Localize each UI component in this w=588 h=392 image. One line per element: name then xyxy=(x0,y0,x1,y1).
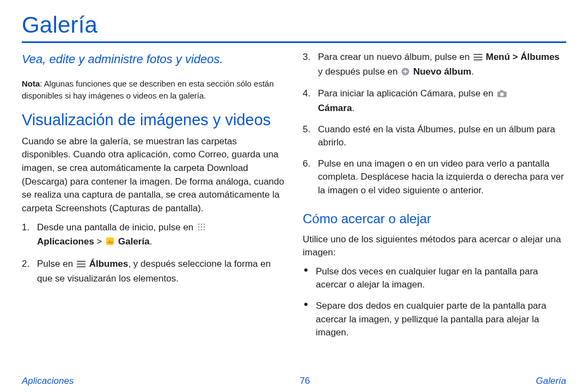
lead-text: Vea, edite y administre fotos y videos. xyxy=(22,51,285,68)
zoom-bullets: Pulse dos veces en cualquier lugar en la… xyxy=(303,265,566,340)
svg-rect-11 xyxy=(77,261,85,262)
gallery-icon xyxy=(106,236,114,250)
step-1-apps-label: Aplicaciones xyxy=(37,236,94,247)
note-label: Nota xyxy=(22,79,40,88)
step-3: Para crear un nuevo álbum, pulse en Menú… xyxy=(303,51,566,79)
svg-rect-16 xyxy=(474,59,482,60)
content-columns: Vea, edite y administre fotos y videos. … xyxy=(22,51,566,347)
svg-point-2 xyxy=(204,223,205,225)
svg-rect-14 xyxy=(474,54,482,55)
page: Galería Vea, edite y administre fotos y … xyxy=(0,0,588,392)
note-body: : Algunas funciones que se describen en … xyxy=(22,79,274,100)
step-3-text-a: Para crear un nuevo álbum, pulse en xyxy=(318,52,473,62)
steps-list-2: Para crear un nuevo álbum, pulse en Menú… xyxy=(303,51,566,198)
section-intro: Cuando se abre la galería, se muestran l… xyxy=(22,135,285,216)
svg-point-22 xyxy=(500,93,504,96)
step-1: Desde una pantalla de inicio, pulse en A… xyxy=(22,221,285,250)
svg-point-7 xyxy=(201,229,203,230)
svg-point-3 xyxy=(198,226,200,228)
step-3-new-album-label: Nuevo álbum xyxy=(413,66,471,77)
svg-point-1 xyxy=(201,223,203,225)
svg-rect-19 xyxy=(403,71,408,72)
step-5: Cuando esté en la vista Álbumes, pulse e… xyxy=(303,123,566,150)
step-3-end: . xyxy=(471,66,474,77)
svg-point-0 xyxy=(198,223,200,225)
section-heading-visualizacion: Visualización de imágenes y videos xyxy=(22,111,285,129)
step-1-sep: > xyxy=(94,236,105,247)
camera-icon xyxy=(497,88,507,102)
svg-point-5 xyxy=(204,226,205,228)
step-2-text-a: Pulse en xyxy=(37,259,76,269)
svg-point-4 xyxy=(201,226,203,228)
subheading-zoom: Cómo acercar o alejar xyxy=(303,210,566,229)
right-column: Para crear un nuevo álbum, pulse en Menú… xyxy=(303,51,566,347)
zoom-bullet-1: Pulse dos veces en cualquier lugar en la… xyxy=(303,265,566,292)
svg-rect-12 xyxy=(77,264,85,265)
step-3-menu-albums-label: Menú > Álbumes xyxy=(486,52,560,62)
svg-point-8 xyxy=(204,229,205,230)
step-4-camera-label: Cámara xyxy=(318,103,352,113)
step-2: Pulse en Álbumes, y después seleccione l… xyxy=(22,258,285,285)
title-rule xyxy=(22,41,566,43)
footer: Aplicaciones 76 Galería xyxy=(0,376,588,387)
menu-bars-icon xyxy=(77,259,85,272)
svg-point-6 xyxy=(198,229,200,230)
page-title: Galería xyxy=(22,12,566,38)
add-circle-icon xyxy=(401,66,409,80)
step-6: Pulse en una imagen o en un video para v… xyxy=(303,157,566,198)
step-1-end: . xyxy=(150,236,152,247)
step-4-text-a: Para iniciar la aplicación Cámara, pulse… xyxy=(318,88,496,99)
zoom-intro: Utilice uno de los siguientes métodos pa… xyxy=(303,233,566,260)
footer-left: Aplicaciones xyxy=(22,376,74,387)
note: Nota: Algunas funciones que se describen… xyxy=(22,78,285,102)
svg-rect-15 xyxy=(474,57,482,58)
svg-rect-13 xyxy=(77,266,85,267)
step-2-albums-label: Álbumes xyxy=(89,259,128,269)
left-column: Vea, edite y administre fotos y videos. … xyxy=(22,51,285,347)
svg-rect-21 xyxy=(500,90,503,93)
step-1-text-a: Desde una pantalla de inicio, pulse en xyxy=(37,222,196,232)
step-3-text-b: y después pulse en xyxy=(318,66,400,77)
zoom-bullet-2: Separe dos dedos en cualquier parte de l… xyxy=(303,299,566,340)
apps-grid-icon xyxy=(197,222,206,236)
menu-bars-icon xyxy=(474,52,482,65)
step-1-gallery-label: Galería xyxy=(118,236,150,247)
page-number: 76 xyxy=(299,376,310,387)
footer-right: Galería xyxy=(536,376,566,387)
step-4: Para iniciar la aplicación Cámara, pulse… xyxy=(303,87,566,115)
step-4-end: . xyxy=(352,103,354,113)
steps-list-1: Desde una pantalla de inicio, pulse en A… xyxy=(22,221,285,286)
